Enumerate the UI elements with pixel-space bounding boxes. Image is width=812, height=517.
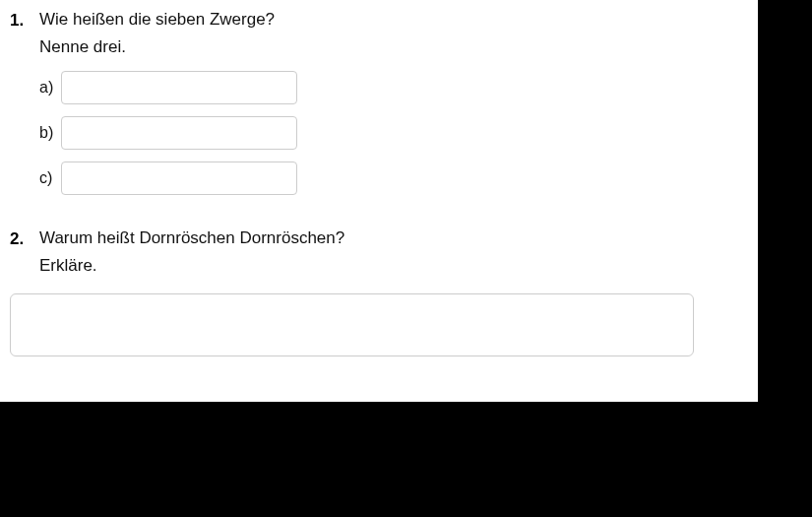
answer-label: b) xyxy=(39,124,61,142)
answer-input-b[interactable] xyxy=(61,116,297,150)
question-number: 2. xyxy=(10,228,39,249)
question-number: 1. xyxy=(10,10,39,31)
answer-row-a: a) xyxy=(39,71,738,104)
question-title: Warum heißt Dornröschen Dornröschen? xyxy=(39,228,738,248)
answer-row-b: b) xyxy=(39,116,738,150)
answer-input-c[interactable] xyxy=(61,162,297,195)
answer-row-c: c) xyxy=(39,162,738,195)
answer-textarea[interactable] xyxy=(10,293,694,356)
question-title: Wie heißen die sieben Zwerge? xyxy=(39,10,738,30)
worksheet-page: 1. Wie heißen die sieben Zwerge? Nenne d… xyxy=(0,0,758,402)
answer-label: a) xyxy=(39,79,61,97)
answer-input-a[interactable] xyxy=(61,71,297,104)
question-instruction: Nenne drei. xyxy=(39,37,738,57)
question-instruction: Erkläre. xyxy=(39,256,738,276)
question-content: Warum heißt Dornröschen Dornröschen? Erk… xyxy=(39,228,738,360)
question-content: Wie heißen die sieben Zwerge? Nenne drei… xyxy=(39,10,738,207)
question-2: 2. Warum heißt Dornröschen Dornröschen? … xyxy=(10,228,738,360)
answer-label: c) xyxy=(39,169,61,187)
question-1: 1. Wie heißen die sieben Zwerge? Nenne d… xyxy=(10,10,738,207)
